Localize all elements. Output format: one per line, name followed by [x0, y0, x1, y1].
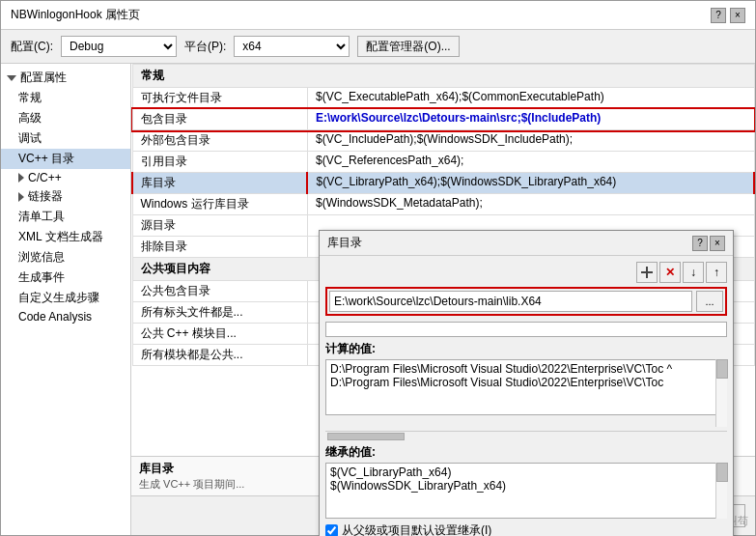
title-bar-controls: ? ×: [711, 8, 745, 23]
lib-dialog: 库目录 ? × ✕ ↓ ↑ ... 计算的值: D:\Program Files…: [319, 230, 734, 536]
prop-name: 引用目录: [132, 152, 307, 173]
lib-input-row: ...: [325, 287, 727, 316]
platform-select[interactable]: x64: [234, 36, 350, 57]
inherit-item-1: $(VC_LibraryPath_x64): [330, 465, 711, 479]
sidebar-item-cpp[interactable]: C/C++: [1, 169, 130, 186]
calc-item-1: D:\Program Files\Microsoft Visual Studio…: [330, 362, 711, 376]
lib-dialog-close-btn[interactable]: ×: [710, 236, 725, 251]
prop-name: 排除目录: [132, 237, 307, 258]
help-button[interactable]: ?: [711, 8, 726, 23]
calc-wrapper: D:\Program Files\Microsoft Visual Studio…: [325, 359, 727, 427]
lib-empty-list: [325, 322, 727, 337]
config-manager-button[interactable]: 配置管理器(O)...: [357, 36, 459, 57]
prop-name: 外部包含目录: [132, 130, 307, 152]
sidebar-item-browse[interactable]: 浏览信息: [1, 247, 130, 268]
sidebar-item-label: 配置属性: [20, 70, 67, 86]
sidebar-item-debug[interactable]: 调试: [1, 128, 130, 149]
window-title: NBWinlogonHook 属性页: [11, 7, 140, 23]
calc-hscroll[interactable]: [325, 431, 727, 440]
prop-name: 所有模块都是公共...: [132, 345, 307, 366]
prop-name: 所有标头文件都是...: [132, 302, 307, 324]
title-bar: NBWinlogonHook 属性页 ? ×: [1, 1, 755, 30]
lib-dialog-title-text: 库目录: [327, 235, 362, 251]
sidebar-item-cpp-label: C/C++: [28, 171, 62, 184]
prop-name: Windows 运行库目录: [132, 194, 307, 215]
sidebar-item-vc-dirs[interactable]: VC++ 目录: [1, 149, 130, 169]
prop-value: $(VC_ExecutablePath_x64);$(CommonExecuta…: [307, 88, 754, 109]
inherit-wrapper: $(VC_LibraryPath_x64) $(WindowsSDK_Libra…: [325, 463, 727, 519]
prop-name: 公共包含目录: [132, 281, 307, 302]
svg-rect-1: [646, 267, 648, 278]
config-label: 配置(C):: [11, 39, 53, 55]
prop-name: 公共 C++ 模块目...: [132, 324, 307, 345]
inherit-checkbox-label: 从父级或项目默认设置继承(I): [342, 522, 491, 536]
expand-icon-linker: [18, 192, 24, 202]
lib-dialog-body: ✕ ↓ ↑ ... 计算的值: D:\Program Files\Microso…: [320, 256, 733, 536]
prop-name: 可执行文件目录: [132, 88, 307, 109]
calc-hscroll-thumb: [327, 433, 405, 440]
config-bar: 配置(C): Debug 平台(P): x64 配置管理器(O)...: [1, 30, 755, 64]
table-row[interactable]: 可执行文件目录 $(VC_ExecutablePath_x64);$(Commo…: [132, 88, 754, 109]
lib-down-btn[interactable]: ↓: [683, 262, 704, 283]
prop-value: E:\work\Source\lzc\Detours-main\src;$(In…: [307, 109, 754, 130]
sidebar-item-linker[interactable]: 链接器: [1, 186, 130, 207]
prop-value: $(VC_IncludePath);$(WindowsSDK_IncludePa…: [307, 130, 754, 152]
inherit-inner: $(VC_LibraryPath_x64) $(WindowsSDK_Libra…: [325, 463, 727, 519]
sidebar-item-linker-label: 链接器: [28, 188, 63, 205]
table-row[interactable]: 引用目录 $(VC_ReferencesPath_x64);: [132, 152, 754, 173]
calc-label: 计算的值:: [325, 341, 727, 357]
table-row[interactable]: 外部包含目录 $(VC_IncludePath);$(WindowsSDK_In…: [132, 130, 754, 152]
prop-value: $(VC_LibraryPath_x64);$(WindowsSDK_Libra…: [307, 173, 754, 194]
prop-name: 源目录: [132, 215, 307, 237]
lib-path-input[interactable]: [329, 291, 692, 312]
table-row[interactable]: Windows 运行库目录 $(WindowsSDK_MetadataPath)…: [132, 194, 754, 215]
prop-value: $(VC_ReferencesPath_x64);: [307, 152, 754, 173]
calc-item-2: D:\Program Files\Microsoft Visual Studio…: [330, 376, 711, 389]
lib-add-btn[interactable]: [636, 262, 658, 283]
lib-dialog-controls: ? ×: [692, 236, 725, 251]
sidebar-item-config-props[interactable]: 配置属性: [1, 68, 130, 88]
lib-dialog-help-btn[interactable]: ?: [692, 236, 708, 251]
sidebar-item-xml[interactable]: XML 文档生成器: [1, 227, 130, 247]
lib-dialog-title-bar: 库目录 ? ×: [320, 231, 733, 256]
sidebar-item-general[interactable]: 常规: [1, 88, 130, 108]
calc-scrollbar-thumb: [716, 359, 728, 379]
close-button[interactable]: ×: [730, 8, 745, 23]
platform-label: 平台(P):: [184, 39, 226, 55]
inherit-scrollbar-thumb: [716, 463, 728, 482]
lib-toolbar: ✕ ↓ ↑: [325, 262, 727, 283]
lib-browse-btn[interactable]: ...: [696, 291, 723, 312]
table-row[interactable]: 包含目录 E:\work\Source\lzc\Detours-main\src…: [132, 109, 754, 130]
inherit-checkbox[interactable]: [325, 524, 338, 536]
calc-scrollbar[interactable]: [715, 359, 727, 427]
config-select[interactable]: Debug: [61, 36, 177, 57]
table-row[interactable]: 库目录 $(VC_LibraryPath_x64);$(WindowsSDK_L…: [132, 173, 754, 194]
checkbox-row: 从父级或项目默认设置继承(I): [325, 522, 727, 536]
prop-value: $(WindowsSDK_MetadataPath);: [307, 194, 754, 215]
inherit-item-2: $(WindowsSDK_LibraryPath_x64): [330, 479, 711, 493]
sidebar-item-code-analysis[interactable]: Code Analysis: [1, 308, 130, 325]
sidebar-item-build-events[interactable]: 生成事件: [1, 268, 130, 288]
section-label: 常规: [132, 65, 754, 88]
calc-inner: D:\Program Files\Microsoft Visual Studio…: [325, 359, 727, 415]
expand-icon-cpp: [18, 173, 24, 183]
sidebar-item-advanced[interactable]: 高级: [1, 108, 130, 128]
prop-name: 包含目录: [132, 109, 307, 130]
inherit-scrollbar[interactable]: [715, 463, 727, 519]
sidebar: 配置属性 常规 高级 调试 VC++ 目录 C/C++ 链接器 清单工具 XML…: [1, 64, 131, 535]
prop-name: 库目录: [132, 173, 307, 194]
expand-icon: [7, 75, 16, 81]
section-header-row: 常规: [132, 65, 754, 88]
inherit-label: 继承的值:: [325, 444, 727, 461]
lib-delete-btn[interactable]: ✕: [659, 262, 681, 283]
sidebar-item-manifest[interactable]: 清单工具: [1, 207, 130, 227]
sidebar-item-custom-build[interactable]: 自定义生成步骤: [1, 288, 130, 308]
lib-up-btn[interactable]: ↑: [706, 262, 727, 283]
